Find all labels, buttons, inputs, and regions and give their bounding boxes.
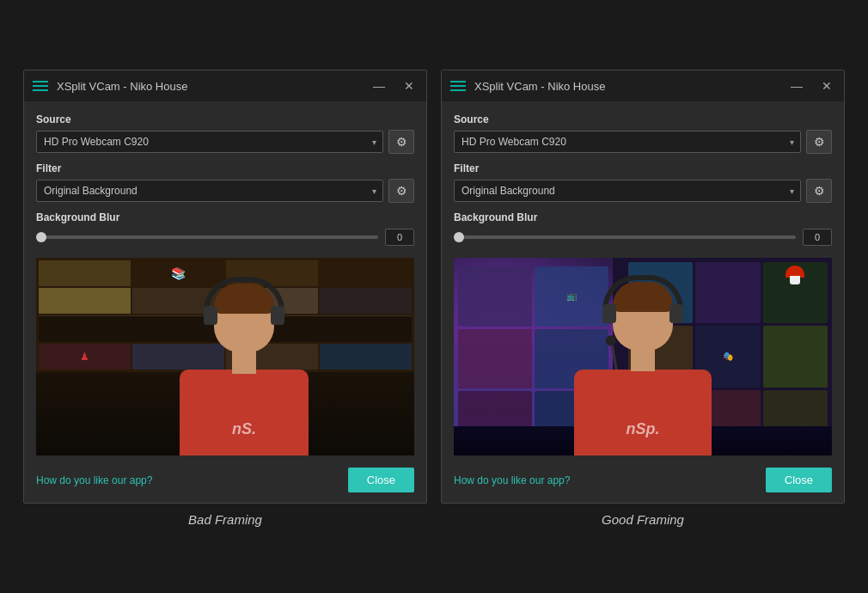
source-dropdown-good[interactable]: HD Pro Webcam C920 [454,131,801,153]
footer-good: How do you like our app? Close [454,466,832,492]
blur-label-bad: Background Blur [36,211,414,223]
filter-gear-button-bad[interactable]: ⚙ [388,179,414,203]
hamburger-menu-icon[interactable] [33,81,48,91]
titlebar-good: XSplit VCam - Niko House — ✕ [442,70,844,101]
person-bad: nS. [158,258,330,455]
window-body-good: Source HD Pro Webcam C920 ▾ ⚙ Filter Ori… [442,101,844,503]
window-controls-bad: — ✕ [370,78,418,94]
minimize-button-good[interactable]: — [787,78,806,94]
window-bad: XSplit VCam - Niko House — ✕ Source HD P… [23,70,427,504]
filter-label-bad: Filter [36,162,414,174]
titlebar-bad: XSplit VCam - Niko House — ✕ [24,70,426,101]
filter-row-bad: Original Background ▾ ⚙ [36,179,414,203]
preview-bad: 📚 ♟ [36,258,414,455]
minimize-button-bad[interactable]: — [370,78,388,94]
source-label-bad: Source [36,113,414,125]
scene-good: 📺 📝 [454,258,832,455]
filter-dropdown-bad[interactable]: Original Background [36,180,383,202]
window-title-good: XSplit VCam - Niko House [474,80,779,93]
source-dropdown-wrapper-bad: HD Pro Webcam C920 ▾ [36,131,383,153]
blur-value-bad: 0 [385,229,414,246]
source-label-good: Source [454,113,832,125]
blur-section-bad: Background Blur 0 [36,211,414,246]
window-controls-good: — ✕ [787,78,835,94]
footer-bad: How do you like our app? Close [36,466,414,492]
blur-row-bad: 0 [36,229,414,246]
source-gear-button-good[interactable]: ⚙ [806,130,832,154]
preview-good: 📺 📝 [454,258,832,455]
hamburger-menu-icon-good[interactable] [450,81,466,91]
scene-bad: 📚 ♟ [36,258,414,455]
blur-section-good: Background Blur 0 [454,211,832,246]
close-button-title-good[interactable]: ✕ [818,78,835,94]
window-body-bad: Source HD Pro Webcam C920 ▾ ⚙ Filter Ori… [24,101,426,503]
source-dropdown-bad[interactable]: HD Pro Webcam C920 [36,131,383,153]
window-title-bad: XSplit VCam - Niko House [57,80,361,93]
source-row-good: HD Pro Webcam C920 ▾ ⚙ [454,130,832,154]
captions: Bad Framing Good Framing [6,504,862,532]
close-btn-good[interactable]: Close [766,468,832,492]
window-good: XSplit VCam - Niko House — ✕ Source HD P… [441,70,845,504]
source-gear-button-bad[interactable]: ⚙ [388,130,414,154]
person-good: nSp. [544,258,742,455]
feedback-link-bad[interactable]: How do you like our app? [36,474,152,486]
caption-good: Good Framing [441,512,845,527]
source-row-bad: HD Pro Webcam C920 ▾ ⚙ [36,130,414,154]
filter-dropdown-good[interactable]: Original Background [454,180,801,202]
caption-bad: Bad Framing [23,512,427,527]
filter-row-good: Original Background ▾ ⚙ [454,179,832,203]
filter-gear-button-good[interactable]: ⚙ [806,179,832,203]
filter-dropdown-wrapper-bad: Original Background ▾ [36,180,383,202]
filter-label-good: Filter [454,162,832,174]
blur-label-good: Background Blur [454,211,832,223]
close-btn-bad[interactable]: Close [348,468,414,492]
filter-dropdown-wrapper-good: Original Background ▾ [454,180,801,202]
blur-row-good: 0 [454,229,832,246]
blur-value-good: 0 [803,229,832,246]
close-button-title-bad[interactable]: ✕ [400,78,418,94]
blur-slider-bad[interactable] [36,235,378,239]
blur-slider-good[interactable] [454,235,796,239]
feedback-link-good[interactable]: How do you like our app? [454,474,570,486]
source-dropdown-wrapper-good: HD Pro Webcam C920 ▾ [454,131,801,153]
